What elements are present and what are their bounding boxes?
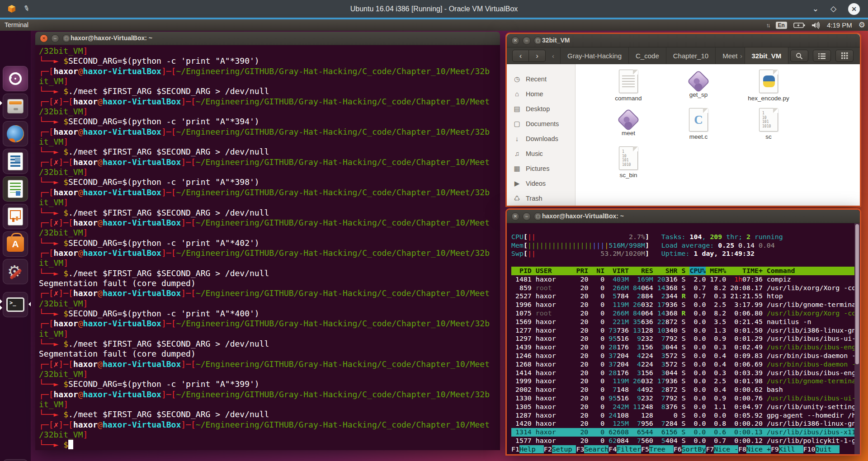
keyboard-layout-badge[interactable]: En [776,22,787,29]
file-manager-titlebar[interactable]: ✕ – ▢ 32bit_VM [507,34,860,47]
sidebar-item-downloads[interactable]: ↓Downloads [507,131,575,146]
file-manager-window[interactable]: ✕ – ▢ 32bit_VM ‹ › ‹ Gray-Hat-HackingC_c… [505,33,861,207]
sidebar-item-music[interactable]: ♫Music [507,146,575,161]
sidebar-item-recent[interactable]: ◷Recent [507,71,575,86]
file-item-sc_bin[interactable]: 1 10 101 1010sc_bin [599,146,658,185]
breadcrumb-scroll-left-icon[interactable]: ‹ [552,52,554,60]
file-item-command[interactable]: command [599,70,658,108]
sidebar-item-home[interactable]: ⌂Home [507,86,575,101]
sidebar-item-videos[interactable]: ▶Videos [507,176,575,191]
forward-button[interactable]: › [529,50,546,62]
terminal-window[interactable]: ✕ – ▢ haxor@haxor-VirtualBox: ~ /32bit_V… [35,32,500,450]
launcher-item-impress-icon[interactable] [3,204,28,229]
window-maximize-icon[interactable]: ▢ [534,212,542,221]
htop-titlebar[interactable]: ✕ – ▢ haxor@haxor-VirtualBox: ~ [507,210,860,223]
keyboard-indicator-icon[interactable]: ↑↓ [766,22,769,28]
launcher-item-firefox-icon[interactable] [3,121,28,146]
fkey-F7[interactable]: F7 [706,445,714,453]
fkey-F7-label[interactable]: Nice - [714,445,738,453]
window-maximize-icon[interactable]: ▢ [534,37,542,45]
sidebar-item-documents[interactable]: ▢Documents [507,116,575,131]
launcher-item-trash-icon[interactable] [3,459,28,461]
search-button[interactable] [790,50,808,62]
htop-table-header[interactable]: PID USER PRI NI VIRT RES SHR S CPU% MEM%… [511,267,854,275]
process-row[interactable]: 1481 haxor 20 0 403M 169M 20316 S 2.0 17… [511,275,854,284]
window-minimize-icon[interactable]: – [523,212,531,221]
back-button[interactable]: ‹ [512,50,529,62]
process-row[interactable]: 1420 haxor 20 0 125M 7956 7284 S 0.0 0.8… [511,419,854,428]
chevron-down-icon[interactable]: ⌄ [812,4,819,14]
fkey-F8-label[interactable]: Nice + [746,445,771,453]
file-item-meet.c[interactable]: Cmeet.c [669,108,728,146]
launcher-item-software-icon[interactable]: A [3,231,28,257]
launcher-item-dash-icon[interactable] [3,66,28,91]
fkey-F8[interactable]: F8 [738,445,746,453]
fkey-F2-label[interactable]: Setup [552,445,576,453]
launcher-item-files-icon[interactable] [3,94,28,119]
file-item-sc[interactable]: 1 10 101 1010sc [739,108,798,146]
window-close-icon[interactable]: ✕ [40,34,48,42]
process-row[interactable]: 1268 haxor 20 0 37204 4224 3572 S 0.0 0.… [511,360,854,369]
terminal-titlebar[interactable]: ✕ – ▢ haxor@haxor-VirtualBox: ~ [35,32,500,45]
htop-window[interactable]: ✕ – ▢ haxor@haxor-VirtualBox: ~ CPU[|| 2… [505,208,861,456]
file-item-meet[interactable]: meet [599,108,658,146]
session-gear-icon[interactable]: ⚙ [859,20,865,30]
process-row[interactable]: 1330 haxor 20 0 95516 9232 7792 S 0.0 0.… [511,394,854,403]
window-minimize-icon[interactable]: – [523,37,531,45]
process-row[interactable]: 1999 haxor 20 0 119M 26032 17936 S 0.0 2… [511,377,854,386]
list-view-button[interactable] [813,50,831,62]
process-row[interactable]: 2527 haxor 20 0 5784 2884 2344 R 0.7 0.3… [511,292,854,301]
fkey-F10[interactable]: F10 [803,445,816,453]
breadcrumb-item-C_code[interactable]: C_code [628,47,666,64]
file-item-get_sp[interactable]: get_sp [669,70,728,108]
app-menu-label[interactable]: Terminal [5,21,28,28]
launcher-item-calc-icon[interactable] [3,176,28,202]
fkey-F9[interactable]: F9 [771,445,779,453]
clock-label[interactable]: 4:19 PM [827,21,852,29]
window-close-icon[interactable]: ✕ [511,37,519,45]
sidebar-item-desktop[interactable]: ▤Desktop [507,101,575,116]
virtualbox-titlebar[interactable]: ✎ Ubuntu 16.04 i386 [Running] - Oracle V… [0,0,868,18]
sidebar-item-pictures[interactable]: ▦Pictures [507,161,575,176]
fkey-F3[interactable]: F3 [576,445,584,453]
breadcrumb-item-Chapter_10[interactable]: Chapter_10 [666,47,715,64]
window-minimize-icon[interactable]: – [51,34,59,42]
fkey-F6[interactable]: F6 [674,445,682,453]
launcher-item-terminal-icon[interactable]: >_ [3,292,28,317]
grid-view-button[interactable] [835,50,854,62]
process-row[interactable]: 1577 haxor 20 0 62084 7560 5404 S 0.0 0.… [511,437,854,445]
process-row[interactable]: 1414 haxor 20 0 28176 3156 3044 S 0.0 0.… [511,369,854,377]
process-row[interactable]: 2002 haxor 20 0 7148 4492 2872 S 0.0 0.4… [511,386,854,394]
battery-icon[interactable] [793,22,805,28]
fkey-F5-label[interactable]: Tree [649,445,674,453]
process-row[interactable]: 1305 haxor 20 0 242M 11248 8376 S 0.0 1.… [511,403,854,411]
launcher-item-writer-icon[interactable] [3,149,28,174]
fkey-F9-label[interactable]: Kill [779,445,803,453]
process-row[interactable]: 1246 haxor 20 0 37204 4224 3572 S 0.0 0.… [511,352,854,360]
htop-function-key-bar[interactable]: F1Help F2Setup F3SearchF4FilterF5Tree F6… [511,445,854,454]
restore-diamond-icon[interactable]: ◇ [830,4,836,14]
htop-content[interactable]: CPU[|| 2.7%] Tasks: 104, 209 thr; 2 runn… [507,223,854,454]
volume-icon[interactable] [811,22,821,29]
close-icon[interactable]: ✕ [848,3,860,15]
fkey-F2[interactable]: F2 [544,445,552,453]
fkey-F10-label[interactable]: Quit [816,445,840,453]
breadcrumb-scroll-right-icon[interactable]: › [740,52,742,60]
breadcrumb-item-Gray-Hat-Hacking[interactable]: Gray-Hat-Hacking [560,47,628,64]
fkey-F6-label[interactable]: SortBy [682,445,706,453]
fkey-F4[interactable]: F4 [609,445,617,453]
sidebar-item-trash[interactable]: ♺Trash [507,191,575,206]
window-maximize-icon[interactable]: ▢ [62,34,71,42]
process-row[interactable]: 1075 root 20 0 266M 84064 14368 R 0.0 8.… [511,309,854,318]
process-row[interactable]: 1439 haxor 20 0 28176 3156 3044 S 0.0 0.… [511,343,854,352]
scrollbar[interactable] [854,223,860,454]
file-item-hex_encode.py[interactable]: hex_encode.py [739,70,798,108]
terminal-output[interactable]: /32bit_VM]└──► $SECOND_ARG=$(python -c '… [35,45,500,450]
process-row[interactable]: 859 root 20 0 266M 84064 14368 S 0.7 8.2… [511,284,854,292]
scrollbar-thumb[interactable] [855,224,859,364]
fkey-F4-label[interactable]: Filter [617,445,641,453]
launcher-item-settings-icon[interactable]: ⚙ [3,259,28,284]
process-row[interactable]: 1297 haxor 20 0 95516 9232 7792 S 0.0 0.… [511,334,854,343]
breadcrumb-item-32bit_VM[interactable]: 32bit_VM [745,47,789,64]
window-close-icon[interactable]: ✕ [511,212,519,221]
